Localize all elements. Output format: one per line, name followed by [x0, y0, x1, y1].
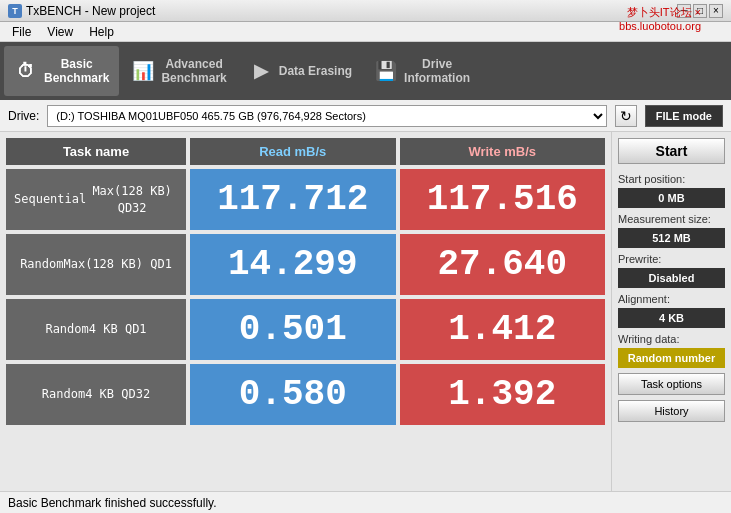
basic-benchmark-label: Basic Benchmark [44, 57, 109, 86]
start-button[interactable]: Start [618, 138, 725, 164]
row2-write: 27.640 [400, 234, 606, 295]
writing-data-value: Random number [618, 348, 725, 368]
status-text: Basic Benchmark finished successfully. [8, 496, 217, 510]
drive-info-icon: 💾 [374, 59, 398, 83]
tab-drive-info[interactable]: 💾 Drive Information [364, 46, 480, 96]
col-read: Read mB/s [190, 138, 396, 165]
benchmark-area: Task name Read mB/s Write mB/s Sequentia… [0, 132, 611, 491]
row1-read: 117.712 [190, 169, 396, 230]
row4-name: Random 4 KB QD32 [6, 364, 186, 425]
title-left: T TxBENCH - New project [8, 4, 155, 18]
writing-data-label: Writing data: [618, 333, 725, 345]
window-controls: 梦卜头IT论坛 × bbs.luobotou.org ─ □ × [677, 4, 723, 18]
menu-view[interactable]: View [39, 22, 81, 42]
watermark-line1: 梦卜头IT论坛 × [619, 5, 701, 19]
measurement-size-label: Measurement size: [618, 213, 725, 225]
file-mode-button[interactable]: FILE mode [645, 105, 723, 127]
right-panel: Start Start position: 0 MB Measurement s… [611, 132, 731, 491]
table-row: Random Max(128 KB) QD1 14.299 27.640 [6, 234, 605, 295]
data-erasing-label: Data Erasing [279, 64, 352, 78]
advanced-benchmark-label: Advanced Benchmark [161, 57, 226, 86]
row4-write: 1.392 [400, 364, 606, 425]
table-row: Random 4 KB QD32 0.580 1.392 [6, 364, 605, 425]
menu-help[interactable]: Help [81, 22, 122, 42]
title-bar: T TxBENCH - New project 梦卜头IT论坛 × bbs.lu… [0, 0, 731, 22]
basic-benchmark-icon: ⏱ [14, 59, 38, 83]
main-content: Task name Read mB/s Write mB/s Sequentia… [0, 132, 731, 491]
row1-name: Sequential Max(128 KB) QD32 [6, 169, 186, 230]
alignment-value: 4 KB [618, 308, 725, 328]
drive-refresh-button[interactable]: ↻ [615, 105, 637, 127]
row1-write: 117.516 [400, 169, 606, 230]
menu-file[interactable]: File [4, 22, 39, 42]
table-row: Sequential Max(128 KB) QD32 117.712 117.… [6, 169, 605, 230]
window-title: TxBENCH - New project [26, 4, 155, 18]
row3-name: Random 4 KB QD1 [6, 299, 186, 360]
row3-write: 1.412 [400, 299, 606, 360]
tab-erasing[interactable]: ▶ Data Erasing [239, 46, 362, 96]
data-erasing-icon: ▶ [249, 59, 273, 83]
col-task-name: Task name [6, 138, 186, 165]
tab-basic[interactable]: ⏱ Basic Benchmark [4, 46, 119, 96]
task-options-button[interactable]: Task options [618, 373, 725, 395]
close-button[interactable]: × [709, 4, 723, 18]
drive-label: Drive: [8, 109, 39, 123]
table-row: Random 4 KB QD1 0.501 1.412 [6, 299, 605, 360]
row2-name: Random Max(128 KB) QD1 [6, 234, 186, 295]
drive-bar: Drive: (D:) TOSHIBA MQ01UBF050 465.75 GB… [0, 100, 731, 132]
prewrite-value: Disabled [618, 268, 725, 288]
watermark: 梦卜头IT论坛 × bbs.luobotou.org [619, 5, 701, 34]
prewrite-label: Prewrite: [618, 253, 725, 265]
start-position-label: Start position: [618, 173, 725, 185]
watermark-line2: bbs.luobotou.org [619, 19, 701, 33]
drive-dropdown[interactable]: (D:) TOSHIBA MQ01UBF050 465.75 GB (976,7… [47, 105, 606, 127]
row4-read: 0.580 [190, 364, 396, 425]
drive-info-label: Drive Information [404, 57, 470, 86]
start-position-value: 0 MB [618, 188, 725, 208]
alignment-label: Alignment: [618, 293, 725, 305]
tab-advanced[interactable]: 📊 Advanced Benchmark [121, 46, 236, 96]
col-write: Write mB/s [400, 138, 606, 165]
tab-bar: ⏱ Basic Benchmark 📊 Advanced Benchmark ▶… [0, 42, 731, 100]
status-bar: Basic Benchmark finished successfully. [0, 491, 731, 513]
row2-read: 14.299 [190, 234, 396, 295]
row3-read: 0.501 [190, 299, 396, 360]
measurement-size-value: 512 MB [618, 228, 725, 248]
app-icon: T [8, 4, 22, 18]
table-header: Task name Read mB/s Write mB/s [6, 138, 605, 165]
advanced-benchmark-icon: 📊 [131, 59, 155, 83]
history-button[interactable]: History [618, 400, 725, 422]
